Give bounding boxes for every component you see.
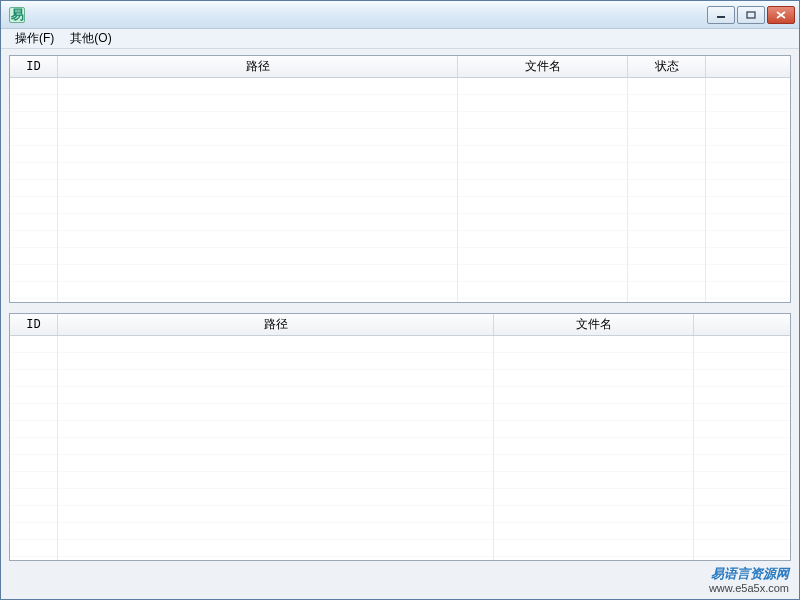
column-header-spacer (694, 314, 790, 335)
menu-operation[interactable]: 操作(F) (7, 28, 62, 49)
window-frame: 易 操作(F) 其他(O) ID 路径 文件名 状态 (0, 0, 800, 600)
column-header-path[interactable]: 路径 (58, 56, 458, 77)
close-icon (776, 11, 786, 19)
close-button[interactable] (767, 6, 795, 24)
watermark-url: www.e5a5x.com (709, 582, 789, 595)
minimize-button[interactable] (707, 6, 735, 24)
column-header-spacer (706, 56, 790, 77)
watermark-title: 易语言资源网 (709, 566, 789, 582)
client-area: ID 路径 文件名 状态 ID 路径 文件名 (1, 49, 799, 599)
column-header-id[interactable]: ID (10, 314, 58, 335)
column-header-filename[interactable]: 文件名 (458, 56, 628, 77)
titlebar[interactable]: 易 (1, 1, 799, 29)
listview-top[interactable]: ID 路径 文件名 状态 (9, 55, 791, 303)
maximize-button[interactable] (737, 6, 765, 24)
column-header-id[interactable]: ID (10, 56, 58, 77)
watermark: 易语言资源网 www.e5a5x.com (709, 566, 789, 595)
minimize-icon (716, 11, 726, 19)
listview-bottom[interactable]: ID 路径 文件名 (9, 313, 791, 561)
listview-top-header: ID 路径 文件名 状态 (10, 56, 790, 78)
menu-other[interactable]: 其他(O) (62, 28, 119, 49)
column-header-status[interactable]: 状态 (628, 56, 706, 77)
maximize-icon (746, 11, 756, 19)
menubar: 操作(F) 其他(O) (1, 29, 799, 49)
column-header-path[interactable]: 路径 (58, 314, 494, 335)
app-icon: 易 (9, 7, 25, 23)
column-header-filename[interactable]: 文件名 (494, 314, 694, 335)
listview-bottom-header: ID 路径 文件名 (10, 314, 790, 336)
listview-top-body[interactable] (10, 78, 790, 302)
svg-rect-1 (747, 12, 755, 18)
listview-bottom-body[interactable] (10, 336, 790, 560)
